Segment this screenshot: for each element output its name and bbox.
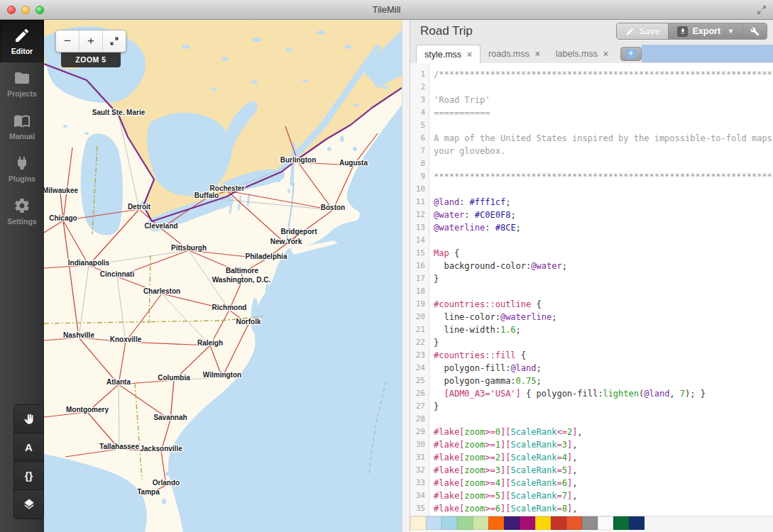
city-label: Burlington [280,156,317,164]
palette-swatch[interactable] [566,516,582,530]
zoom-in-button[interactable]: + [80,31,103,52]
line-number: 25 [410,375,429,387]
line-number: 9 [410,170,429,183]
code-line: polygon-gamma:0.75; [434,375,773,387]
tab-bar: style.mss×roads.mss×labels.mss× + [410,44,773,63]
folder-icon [13,70,31,87]
code-line: #lake[zoom>=2][ScaleRank=4], [434,451,773,464]
city-label: Washington, D.C. [212,276,271,284]
tab-label: labels.mss [556,49,598,59]
palette-swatch[interactable] [535,516,551,530]
pan-tool-button[interactable] [14,405,43,433]
line-number: 28 [410,413,429,426]
download-icon [677,26,688,37]
wrench-icon [750,27,760,36]
panel-header: Road Trip Save Export ▼ [410,20,773,44]
code-line: #lake[zoom>=4][ScaleRank=6], [434,477,773,489]
close-tab-icon[interactable]: × [603,49,608,59]
minimize-window-button[interactable] [21,6,30,14]
close-tab-icon[interactable]: × [535,49,540,59]
city-label: Bridgeport [280,228,317,235]
city-label: Chicago [49,214,77,222]
city-label: Indianapolis [68,259,110,267]
code-line: #countries::fill { [434,349,773,362]
editor-panel: Road Trip Save Export ▼ styl [410,20,773,532]
line-number: 23 [410,349,429,362]
palette-swatch[interactable] [629,516,645,530]
palette-swatch[interactable] [488,516,504,530]
city-label: Boston [321,204,345,211]
tab-labels.mss[interactable]: labels.mss× [548,45,616,63]
sidebar-item-projects[interactable]: Projects [0,62,44,105]
add-stylesheet-button[interactable]: + [620,47,642,61]
palette-swatch[interactable] [551,516,566,530]
palette-swatch[interactable] [520,516,535,530]
code-line: #lake[zoom>=5][ScaleRank=7], [434,489,773,502]
palette-swatch[interactable] [613,516,629,530]
sidebar-item-label: Manual [9,132,35,140]
city-label: Detroit [128,203,151,211]
city-label: Atlanta [106,378,131,386]
tab-label: roads.mss [488,49,530,59]
palette-swatch[interactable] [473,516,488,530]
tab-style.mss[interactable]: style.mss× [416,45,481,63]
zoom-level-badge: ZOOM 5 [61,52,121,67]
plus-icon: + [625,49,637,59]
code-content[interactable]: /***************************************… [429,63,773,516]
layers-tool-button[interactable] [14,490,43,519]
palette-swatch[interactable] [442,516,457,530]
sidebar-item-label: Editor [11,47,33,55]
sidebar-item-editor[interactable]: Editor [0,20,44,62]
save-button[interactable]: Save [617,23,668,39]
palette-swatch[interactable] [504,516,520,530]
palette-swatch[interactable] [426,516,442,530]
project-title: Road Trip [420,24,473,38]
line-number: 33 [410,477,429,489]
zoom-out-button[interactable]: − [56,31,80,52]
export-button-label: Export [692,26,720,36]
sidebar-item-settings[interactable]: Settings [0,190,44,233]
palette-swatch[interactable] [410,516,426,530]
code-line: #lake[zoom>=1][ScaleRank=3], [434,438,773,451]
title-bar: TileMill [0,0,773,20]
sidebar-item-manual[interactable]: Manual [0,105,44,148]
line-number: 10 [410,183,429,196]
project-settings-button[interactable] [742,23,767,39]
line-number: 12 [410,209,429,221]
zoom-window-button[interactable] [35,6,44,14]
fonts-tool-button[interactable]: A [14,433,43,462]
carto-tool-button[interactable]: {} [14,462,43,490]
tab-roads.mss[interactable]: roads.mss× [481,45,548,63]
export-button[interactable]: Export ▼ [668,23,742,39]
resize-icon[interactable] [756,4,767,16]
code-line [434,81,773,94]
palette-swatch[interactable] [457,516,473,530]
code-line: @waterline: #8CE; [434,221,773,234]
fullscreen-icon [109,36,119,46]
sidebar-item-plugins[interactable]: Plugins [0,148,44,190]
city-label: Montgomery [66,406,109,414]
city-label: Pittsburgh [171,244,207,252]
chevron-down-icon: ▼ [728,28,734,35]
code-editor[interactable]: 1234567891011121314151617181920212223242… [410,63,773,516]
braces-icon: {} [25,470,33,482]
close-tab-icon[interactable]: × [467,50,472,60]
city-label: Jacksonville [140,445,182,453]
save-button-label: Save [639,26,659,36]
code-line [434,183,773,196]
city-label: Milwaukee [44,187,78,194]
map-preview[interactable]: Sault Ste. MarieMilwaukeeChicagoDetroitC… [44,20,402,532]
code-line: your glovebox. [434,145,773,157]
code-line: #lake[zoom>=6][ScaleRank=8], [434,502,773,515]
city-label: Tampa [137,488,160,496]
palette-swatch[interactable] [582,516,598,530]
code-line [434,157,773,170]
code-line: 'Road Trip' [434,94,773,106]
palette-swatch[interactable] [598,516,613,530]
line-number: 15 [410,247,429,260]
window-controls [7,6,44,14]
fullscreen-button[interactable] [103,31,126,52]
pane-splitter[interactable] [402,20,410,532]
code-line: @water: #C0E0F8; [434,209,773,221]
close-window-button[interactable] [7,6,16,14]
